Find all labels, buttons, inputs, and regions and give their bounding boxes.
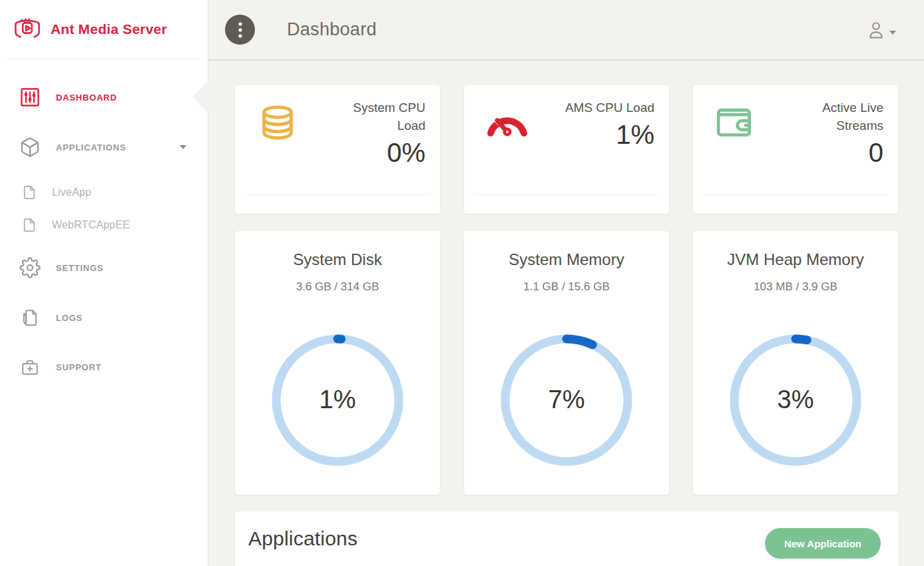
page-title: Dashboard: [287, 19, 377, 40]
gauge-detail: 3.6 GB / 314 GB: [235, 280, 440, 294]
gauge-percent: 1%: [271, 386, 404, 414]
gauge-title: System Disk: [235, 250, 440, 269]
ant-media-logo-icon: [11, 13, 43, 45]
applications-icon: [19, 137, 41, 158]
sidebar-item-logs[interactable]: LOGS: [0, 306, 208, 330]
stat-value: 0%: [326, 136, 425, 169]
active-item-notch: [194, 81, 209, 113]
stat-card-active-streams: Active Live Streams 0: [693, 85, 898, 214]
database-icon: [257, 104, 298, 146]
sidebar-item-webrtcappee[interactable]: WebRTCAppEE: [0, 213, 208, 237]
donut-gauge: 1%: [271, 334, 404, 467]
stat-label: System CPU Load: [326, 99, 425, 135]
sidebar-item-label: SETTINGS: [56, 263, 103, 273]
sidebar: Ant Media Server DASHBOARD: [0, 0, 208, 566]
sidebar-item-label: APPLICATIONS: [56, 142, 126, 152]
donut-gauge: 3%: [729, 334, 862, 467]
settings-gear-icon: [19, 257, 41, 278]
gauge-percent: 7%: [500, 386, 633, 414]
sidebar-item-support[interactable]: SUPPORT: [0, 355, 208, 379]
user-menu-button[interactable]: [867, 20, 896, 40]
sidebar-item-settings[interactable]: SETTINGS: [0, 256, 208, 280]
sidebar-item-applications[interactable]: APPLICATIONS: [0, 135, 208, 159]
chevron-down-icon: [889, 31, 896, 35]
sidebar-divider: [7, 59, 198, 59]
sidebar-item-label: DASHBOARD: [56, 93, 117, 103]
support-case-icon: [19, 357, 41, 377]
dashboard-icon: [19, 87, 41, 108]
gauge-detail: 103 MB / 3.9 GB: [693, 280, 898, 294]
donut-gauge: 7%: [500, 334, 633, 467]
gauge-card-system-memory: System Memory 1.1 GB / 15.6 GB 7%: [464, 231, 669, 495]
gauge-card-jvm-heap: JVM Heap Memory 103 MB / 3.9 GB 3%: [693, 231, 898, 495]
applications-card: Applications New Application: [235, 511, 899, 566]
brand-name: Ant Media Server: [51, 21, 167, 37]
header: Dashboard: [208, 0, 924, 61]
sidebar-item-liveapp[interactable]: LiveApp: [0, 180, 208, 204]
stat-text: Active Live Streams 0: [784, 99, 883, 169]
stat-label: Active Live Streams: [784, 99, 883, 135]
kebab-menu-icon: [238, 21, 242, 39]
gauge-card-system-disk: System Disk 3.6 GB / 314 GB 1%: [235, 231, 440, 495]
user-icon: [867, 20, 885, 40]
applications-title: Applications: [248, 527, 357, 550]
ant-media-dashboard: Ant Media Server DASHBOARD: [0, 0, 924, 566]
logs-icon: [19, 308, 41, 328]
sidebar-item-label: LOGS: [56, 313, 83, 323]
stat-label: AMS CPU Load: [555, 99, 654, 117]
kebab-menu-button[interactable]: [225, 15, 255, 45]
sidebar-item-dashboard[interactable]: DASHBOARD: [0, 85, 208, 109]
wallet-icon: [715, 104, 756, 144]
gauge-icon: [486, 104, 529, 141]
new-application-button[interactable]: New Application: [765, 528, 881, 559]
gauge-percent: 3%: [729, 386, 862, 414]
file-icon: [21, 185, 37, 200]
stat-cards-row: System CPU Load 0% AMS CPU Load: [235, 85, 924, 214]
sidebar-item-label: SUPPORT: [56, 362, 101, 372]
stat-value: 1%: [555, 118, 654, 151]
sidebar-item-label: WebRTCAppEE: [52, 219, 130, 231]
stat-text: System CPU Load 0%: [326, 99, 425, 169]
chevron-down-icon: [180, 145, 186, 149]
stat-card-ams-cpu: AMS CPU Load 1%: [464, 85, 669, 214]
gauge-detail: 1.1 GB / 15.6 GB: [464, 280, 669, 294]
sidebar-item-label: LiveApp: [52, 186, 91, 198]
stat-card-system-cpu: System CPU Load 0%: [235, 85, 440, 214]
gauge-title: JVM Heap Memory: [693, 250, 898, 269]
stat-text: AMS CPU Load 1%: [555, 99, 654, 151]
gauge-cards-row: System Disk 3.6 GB / 314 GB 1% System Me…: [235, 231, 924, 495]
card-divider: [475, 194, 658, 195]
card-divider: [246, 194, 429, 195]
stat-value: 0: [784, 136, 883, 169]
gauge-title: System Memory: [464, 250, 669, 269]
brand[interactable]: Ant Media Server: [0, 0, 208, 59]
card-divider: [704, 194, 887, 195]
main-content: System CPU Load 0% AMS CPU Load: [208, 62, 924, 566]
file-icon: [21, 218, 37, 232]
